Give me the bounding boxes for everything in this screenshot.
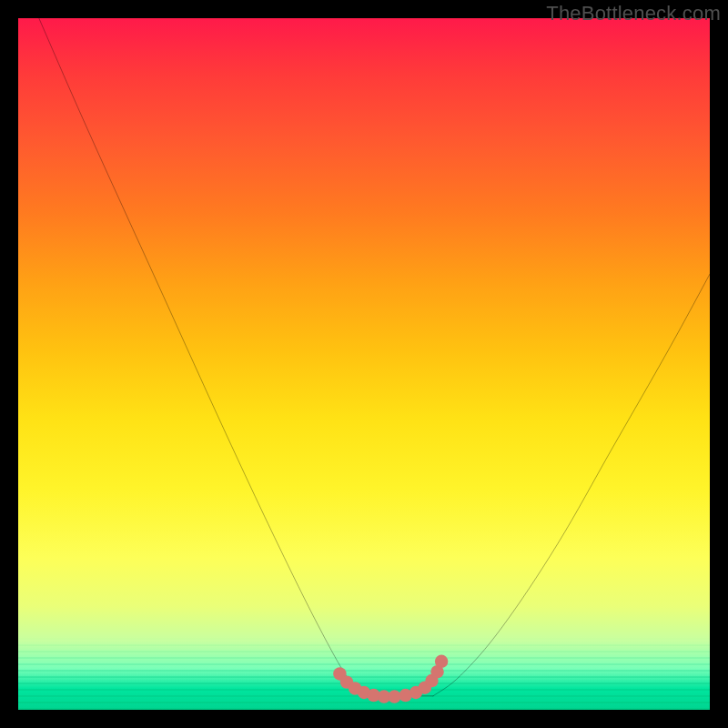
highlight-dot (367, 689, 379, 702)
highlight-dot (358, 686, 370, 699)
highlight-dot (425, 674, 438, 687)
highlight-dot (410, 686, 422, 699)
highlight-dot (430, 665, 443, 678)
bottom-marker-dots (333, 655, 448, 703)
highlight-dot (419, 681, 431, 693)
plot-area (18, 18, 710, 710)
highlight-dot (340, 675, 353, 688)
figure-root: TheBottleneck.com (0, 0, 728, 728)
highlight-dot (399, 689, 411, 702)
highlight-dot (349, 682, 361, 694)
left-curve (39, 18, 364, 696)
highlight-dot (435, 655, 448, 668)
highlight-dot (333, 667, 346, 680)
highlight-dot (388, 690, 400, 703)
highlight-dot (378, 690, 390, 703)
curve-overlay (18, 18, 710, 710)
green-band-striations (18, 637, 710, 710)
right-curve (433, 274, 710, 696)
